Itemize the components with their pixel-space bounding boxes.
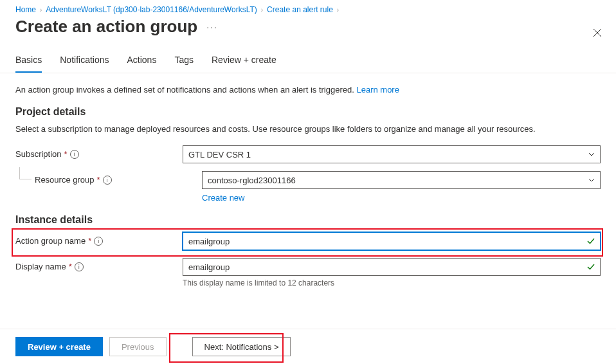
tab-basics[interactable]: Basics [15, 50, 42, 73]
resource-group-label: Resource group* i [35, 171, 202, 185]
next-notifications-button[interactable]: Next: Notifications > [192, 337, 291, 356]
breadcrumb: Home › AdventureWorksLT (dp300-lab-23001… [0, 0, 616, 14]
tab-review[interactable]: Review + create [212, 50, 276, 73]
chevron-right-icon: › [261, 6, 263, 14]
previous-button: Previous [109, 337, 167, 356]
subscription-select[interactable]: GTL DEV CSR 1 [183, 145, 601, 163]
instance-details-heading: Instance details [15, 214, 601, 226]
form-description: An action group invokes a defined set of… [15, 85, 601, 95]
more-icon[interactable]: ··· [206, 22, 218, 32]
checkmark-icon [587, 263, 595, 271]
breadcrumb-home[interactable]: Home [15, 5, 36, 14]
tab-bar: Basics Notifications Actions Tags Review… [0, 50, 616, 73]
chevron-right-icon: › [40, 6, 42, 14]
resource-group-select[interactable]: contoso-rglod23001166 [202, 171, 601, 189]
review-create-button[interactable]: Review + create [15, 337, 103, 356]
project-details-hint: Select a subscription to manage deployed… [15, 124, 601, 134]
form-content: An action group invokes a defined set of… [0, 73, 616, 287]
info-icon[interactable]: i [70, 150, 79, 159]
breadcrumb-resource[interactable]: AdventureWorksLT (dp300-lab-23001166/Adv… [46, 5, 257, 14]
create-new-link[interactable]: Create new [202, 193, 244, 203]
info-icon[interactable]: i [94, 237, 103, 246]
display-name-helper: This display name is limited to 12 chara… [183, 278, 601, 287]
footer-bar: Review + create Previous Next: Notificat… [0, 329, 616, 364]
project-details-heading: Project details [15, 106, 601, 118]
chevron-down-icon [588, 177, 595, 183]
subscription-label: Subscription* i [15, 145, 183, 159]
display-name-input[interactable]: emailgroup [183, 258, 601, 276]
breadcrumb-rule[interactable]: Create an alert rule [267, 5, 333, 14]
page-header: Create an action group ··· [0, 14, 616, 50]
display-name-label: Display name* i [15, 258, 183, 271]
learn-more-link[interactable]: Learn more [356, 85, 399, 95]
page-title: Create an action group [15, 17, 197, 37]
tab-actions[interactable]: Actions [127, 50, 157, 73]
info-icon[interactable]: i [75, 262, 84, 271]
tab-notifications[interactable]: Notifications [60, 50, 109, 73]
info-icon[interactable]: i [103, 176, 112, 185]
chevron-down-icon [588, 151, 595, 158]
close-icon[interactable] [593, 28, 602, 39]
chevron-right-icon: › [337, 6, 339, 14]
tab-tags[interactable]: Tags [174, 50, 194, 73]
action-group-name-label: Action group name* i [15, 232, 183, 246]
checkmark-icon [587, 237, 595, 245]
action-group-name-input[interactable]: emailgroup [183, 232, 601, 250]
